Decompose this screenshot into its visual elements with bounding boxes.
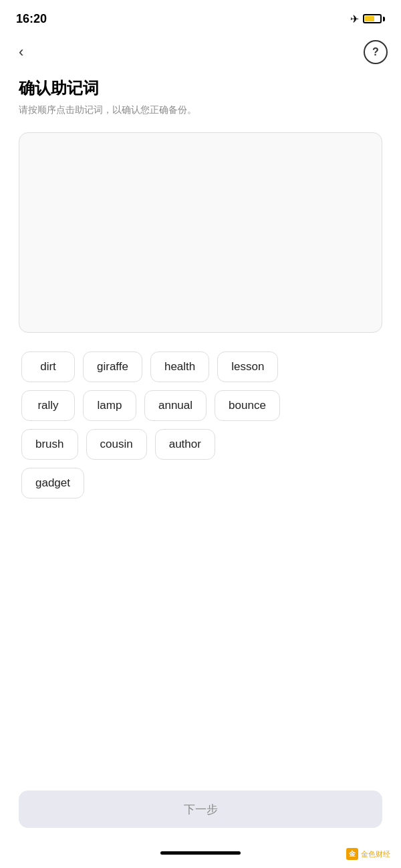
watermark-icon: 金: [346, 848, 358, 860]
watermark-text: 金色财经: [361, 849, 390, 859]
word-row-1: dirt giraffe health lesson: [21, 351, 380, 382]
word-row-2: rally lamp annual bounce: [21, 390, 380, 421]
word-row-3: brush cousin author: [21, 429, 380, 460]
word-chip-rally[interactable]: rally: [21, 390, 75, 421]
word-chip-bounce[interactable]: bounce: [215, 390, 280, 421]
page-subtitle: 请按顺序点击助记词，以确认您正确备份。: [19, 104, 382, 116]
word-chip-annual[interactable]: annual: [144, 390, 207, 421]
status-icons: ✈: [350, 13, 385, 25]
word-chip-cousin[interactable]: cousin: [86, 429, 147, 460]
next-button[interactable]: 下一步: [19, 790, 382, 828]
word-grid: dirt giraffe health lesson rally lamp an…: [19, 351, 382, 498]
page-title: 确认助记词: [19, 78, 382, 99]
word-chip-health[interactable]: health: [150, 351, 209, 382]
status-time: 16:20: [16, 12, 47, 26]
word-chip-giraffe[interactable]: giraffe: [83, 351, 142, 382]
battery-tip: [383, 17, 385, 21]
word-chip-lamp[interactable]: lamp: [83, 390, 136, 421]
bottom-area: 下一步: [19, 790, 382, 828]
battery-body: [363, 14, 382, 23]
word-chip-brush[interactable]: brush: [21, 429, 78, 460]
word-chip-gadget[interactable]: gadget: [21, 468, 84, 498]
word-row-4: gadget: [21, 468, 380, 498]
watermark: 金 金色财经: [346, 848, 390, 860]
word-chip-author[interactable]: author: [155, 429, 215, 460]
home-indicator: [160, 851, 241, 855]
airplane-icon: ✈: [350, 13, 359, 25]
page-content: 确认助记词 请按顺序点击助记词，以确认您正确备份。 dirt giraffe h…: [0, 69, 401, 498]
nav-bar: ‹ ?: [0, 35, 401, 69]
word-chip-dirt[interactable]: dirt: [21, 351, 75, 382]
status-bar: 16:20 ✈: [0, 0, 401, 35]
battery-indicator: [363, 14, 385, 23]
back-button[interactable]: ‹: [13, 41, 29, 63]
battery-fill: [365, 16, 374, 21]
selection-area[interactable]: [19, 132, 382, 333]
word-chip-lesson[interactable]: lesson: [217, 351, 278, 382]
help-button[interactable]: ?: [364, 40, 388, 64]
